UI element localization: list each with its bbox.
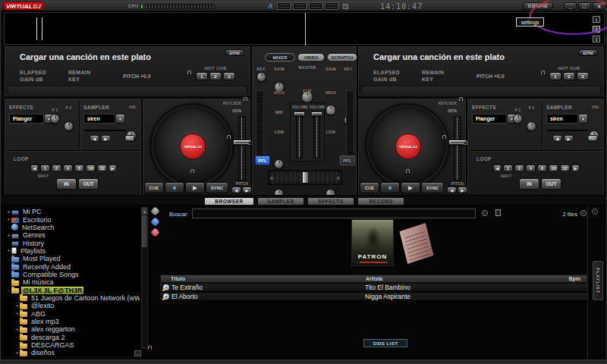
pitch-bend-minus-button[interactable]: ◀ xyxy=(231,187,241,193)
side-list-button[interactable]: SIDE LIST xyxy=(363,339,407,347)
loop-in-button[interactable]: IN xyxy=(56,178,77,190)
track-row[interactable]: Te Extraño Tito El Bambino xyxy=(160,284,587,292)
hot-cue-button-1[interactable]: 1 xyxy=(196,72,208,80)
expander-icon[interactable]: + xyxy=(14,327,20,332)
sampler-select-arrow[interactable]: ▼ xyxy=(578,114,588,124)
sampler-prev-button[interactable]: ◀ xyxy=(552,135,562,142)
cue-button[interactable]: CUE xyxy=(144,182,164,193)
sidebar-item[interactable]: +Mi PC xyxy=(5,208,140,215)
loop-length-button-32[interactable]: 32 xyxy=(560,165,570,172)
effect-select[interactable]: Flanger xyxy=(9,114,44,124)
tab-effects[interactable]: EFFECTS xyxy=(307,197,354,206)
sampler-rec-button[interactable]: REC xyxy=(587,135,598,142)
jog-wheel[interactable]: VIRTUAL DJ xyxy=(150,104,234,187)
cue-button[interactable]: CUE xyxy=(360,182,379,193)
sidebar-item[interactable]: -@L3X 3L F@TH3R xyxy=(5,286,140,293)
play-button[interactable]: ▶ xyxy=(401,182,420,193)
sidebar-item[interactable]: +ABG xyxy=(5,309,140,317)
loop-length-button-16[interactable]: 16 xyxy=(86,165,96,172)
sidebar-item[interactable]: +alex reggarton xyxy=(5,325,140,333)
hot-cue-button-2[interactable]: 2 xyxy=(209,72,222,80)
virtual-folder-icon[interactable] xyxy=(150,217,160,227)
expander-icon[interactable]: + xyxy=(6,217,11,222)
mixer-key-left-knob[interactable] xyxy=(256,72,266,82)
search-input[interactable] xyxy=(192,209,476,218)
column-bpm[interactable]: Bpm xyxy=(568,276,580,281)
search-page-icon[interactable] xyxy=(495,209,501,216)
scroll-up-icon[interactable]: ▲ xyxy=(142,208,147,215)
expander-icon[interactable]: + xyxy=(14,311,20,316)
sidebar-item[interactable]: Compatible Songs xyxy=(5,271,140,278)
effect-param2-knob[interactable] xyxy=(64,121,74,131)
column-artist[interactable]: Artista xyxy=(366,276,382,281)
loop-length-button-4[interactable]: 4 xyxy=(63,165,73,172)
jog-wheel[interactable]: VIRTUAL DJ xyxy=(366,104,449,187)
pitch-slider-track[interactable] xyxy=(238,116,246,180)
loop-length-button-1[interactable]: 1 xyxy=(503,165,513,172)
sidebar-scrollbar[interactable]: ▲ xyxy=(141,207,148,348)
expander-icon[interactable]: + xyxy=(14,350,20,356)
tab-sampler[interactable]: SAMPLER xyxy=(257,197,304,206)
expander-icon[interactable]: - xyxy=(6,287,11,293)
sidebar-item[interactable]: +@lexito xyxy=(5,302,140,309)
hot-cue-button-3[interactable]: 3 xyxy=(223,72,235,80)
pfl-left-button[interactable]: PFL xyxy=(255,155,270,165)
sidebar-item[interactable]: +Escritorio xyxy=(5,215,140,223)
loop-length-button-16[interactable]: 16 xyxy=(549,165,558,172)
bpm-button[interactable]: BPM xyxy=(225,49,244,56)
hot-cue-button-1[interactable]: 1 xyxy=(549,72,561,80)
column-title[interactable]: Título xyxy=(171,276,185,281)
loop-length-button-2[interactable]: 2 xyxy=(514,165,524,172)
sampler-select-arrow[interactable]: ▼ xyxy=(115,114,125,124)
playlist-rail-icon[interactable] xyxy=(592,209,598,215)
loop-next-button[interactable]: ▶ xyxy=(109,165,117,172)
files-info-icon[interactable] xyxy=(580,210,587,216)
loop-prev-button[interactable]: ◀ xyxy=(493,165,502,172)
expander-icon[interactable]: + xyxy=(14,303,20,309)
sampler-rec-button[interactable]: REC xyxy=(124,135,135,142)
pitch-slider-track[interactable] xyxy=(454,116,461,180)
hot-cue-button-3[interactable]: 3 xyxy=(577,72,589,80)
expander-icon[interactable]: + xyxy=(6,248,11,253)
effect-param1-knob[interactable] xyxy=(513,114,523,124)
sampler-select[interactable]: siren xyxy=(546,114,578,124)
volume-fader-track-right[interactable] xyxy=(313,115,320,158)
loop-length-button-8[interactable]: 8 xyxy=(74,165,84,172)
sidebar-item[interactable]: +Playlists xyxy=(5,247,140,255)
sidebar-item[interactable]: +Genres xyxy=(5,231,140,239)
sidebar-item[interactable]: Recently Added xyxy=(5,262,140,270)
expander-icon[interactable]: + xyxy=(6,209,11,215)
pause-button[interactable]: II xyxy=(380,182,400,193)
tab-mixer[interactable]: MIXER xyxy=(265,53,295,61)
loop-next-button[interactable]: ▶ xyxy=(571,165,580,172)
volume-fader-track-left[interactable] xyxy=(296,115,303,158)
loop-out-button[interactable]: OUT xyxy=(78,178,99,190)
sidebar-item[interactable]: Mi música xyxy=(5,278,140,286)
loop-length-button-2[interactable]: 2 xyxy=(52,165,61,172)
volume-fader-handle-right[interactable] xyxy=(311,111,322,116)
sidebar-item[interactable]: Most Played xyxy=(5,255,140,262)
bpm-button[interactable]: BPM xyxy=(578,49,598,56)
sync-button[interactable]: SYNC xyxy=(421,182,444,193)
volume-fader-handle-left[interactable] xyxy=(294,111,305,116)
sidebar-item[interactable]: NetSearch xyxy=(5,224,140,231)
tab-browser[interactable]: BROWSER xyxy=(204,197,254,206)
pause-button[interactable]: II xyxy=(165,182,184,193)
pfl-right-button[interactable]: PFL xyxy=(340,155,355,165)
play-button[interactable]: ▶ xyxy=(185,182,205,193)
sidebar-item[interactable]: descarga 2 xyxy=(5,334,140,341)
scrollbar-thumb[interactable] xyxy=(142,215,147,247)
tab-record[interactable]: RECORD xyxy=(357,197,404,206)
effect-param1-knob[interactable] xyxy=(50,114,60,124)
tab-scratch[interactable]: SCRATCH xyxy=(327,53,357,61)
playlist-tab[interactable]: PLAYLIST xyxy=(593,261,603,300)
pitch-bend-minus-button[interactable]: ◀ xyxy=(447,187,457,193)
eq-high-left-knob[interactable] xyxy=(274,159,284,169)
sidebar-item[interactable]: DESCARGAS xyxy=(5,341,140,349)
pitch-zero-button[interactable] xyxy=(464,141,467,145)
sidebar-item[interactable]: +diseños xyxy=(5,349,140,356)
sampler-next-button[interactable]: ▶ xyxy=(101,135,111,142)
sampler-prev-button[interactable]: ◀ xyxy=(90,135,99,142)
loop-out-button[interactable]: OUT xyxy=(541,178,561,190)
effect-select[interactable]: Flanger xyxy=(472,114,507,124)
